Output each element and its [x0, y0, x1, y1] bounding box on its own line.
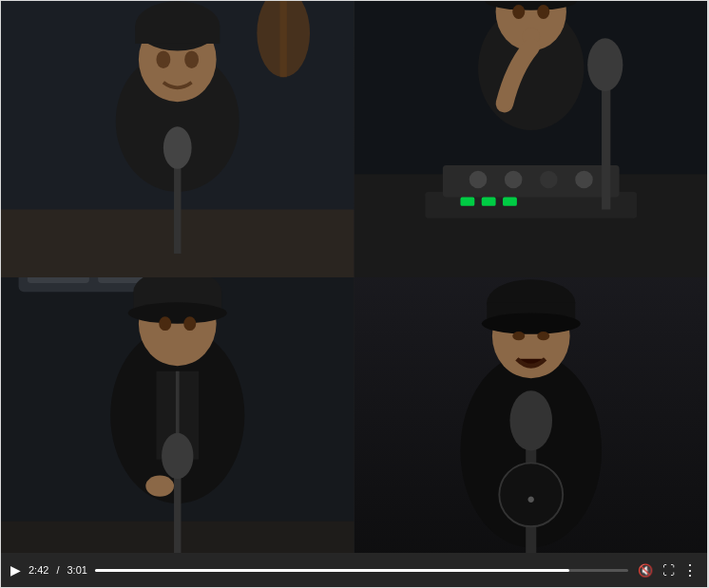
svg-point-28 — [512, 5, 525, 19]
svg-point-9 — [184, 50, 199, 68]
svg-point-49 — [145, 475, 174, 496]
volume-icon[interactable]: 🔇 — [638, 563, 653, 578]
svg-rect-22 — [503, 198, 517, 206]
video-thumbnail-3 — [1, 277, 354, 554]
svg-point-8 — [156, 50, 170, 68]
video-thumbnail-1 — [1, 1, 354, 277]
more-options-icon[interactable]: ⋮ — [682, 561, 698, 579]
fullscreen-icon[interactable]: ⛶ — [662, 563, 675, 578]
video-controls: ▶ 2:42 / 3:01 🔇 ⛶ ⋮ — [1, 553, 707, 587]
svg-point-45 — [159, 316, 171, 331]
svg-point-44 — [128, 302, 227, 323]
video-cell-1 — [1, 1, 354, 277]
svg-point-60 — [509, 390, 552, 450]
video-total-time: 3:01 — [67, 564, 86, 576]
svg-rect-15 — [442, 165, 619, 197]
svg-point-11 — [163, 126, 192, 169]
progress-fill — [95, 569, 569, 572]
svg-point-18 — [540, 171, 558, 189]
svg-rect-7 — [135, 26, 220, 44]
video-thumbnail-2 — [354, 1, 708, 277]
svg-rect-20 — [460, 198, 474, 206]
svg-point-57 — [512, 332, 525, 340]
video-cell-2 — [354, 1, 708, 277]
svg-point-58 — [537, 332, 549, 340]
svg-rect-21 — [481, 198, 495, 206]
svg-rect-3 — [279, 1, 286, 77]
svg-point-17 — [504, 171, 522, 189]
video-thumbnail-4: ● — [354, 277, 708, 554]
post-container: ● ▶ 2:42 / 3:01 🔇 ⛶ ⋮ — [0, 0, 709, 588]
svg-point-19 — [575, 171, 593, 189]
video-separator: / — [56, 564, 59, 576]
info-panel: creators ✓ • Follow ··· — [707, 1, 708, 587]
svg-point-32 — [587, 38, 623, 91]
svg-point-16 — [469, 171, 487, 189]
svg-point-56 — [481, 313, 580, 333]
svg-rect-35 — [28, 277, 89, 283]
video-panel: ● ▶ 2:42 / 3:01 🔇 ⛶ ⋮ — [1, 1, 707, 587]
svg-text:●: ● — [527, 491, 535, 506]
svg-point-29 — [537, 5, 549, 19]
video-cell-3 — [1, 277, 354, 554]
svg-point-48 — [162, 432, 193, 478]
play-button[interactable]: ▶ — [10, 562, 21, 578]
progress-bar[interactable] — [95, 569, 628, 572]
svg-point-46 — [183, 316, 196, 331]
video-current-time: 2:42 — [29, 564, 48, 576]
video-grid: ● — [1, 1, 707, 553]
video-cell-4: ● — [354, 277, 708, 554]
